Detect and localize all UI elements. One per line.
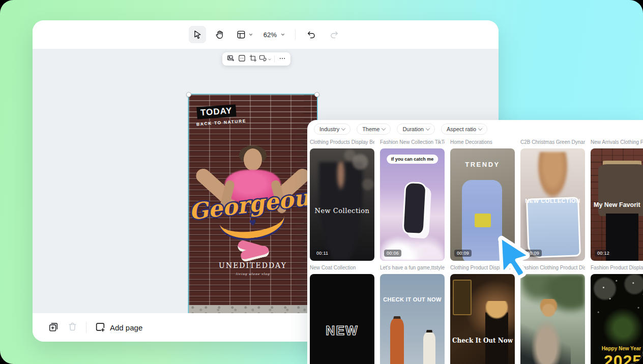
select-tool-button[interactable] xyxy=(189,26,206,43)
redo-button[interactable] xyxy=(325,26,342,43)
duration-badge: 00:06 xyxy=(384,250,401,257)
filter-label: Industry xyxy=(319,126,339,132)
template-overlay-text: TRENDY xyxy=(450,161,515,168)
filter-theme[interactable]: Theme xyxy=(357,124,391,135)
chevron-down-icon xyxy=(426,126,430,130)
hand-tool-button[interactable] xyxy=(211,26,228,43)
zoom-level-dropdown[interactable]: 62% xyxy=(261,26,288,43)
template-row: New Coat Collection NEW Let's have a fun… xyxy=(310,264,643,364)
filter-label: Aspect ratio xyxy=(447,126,476,132)
template-overlay-text: NEW COLLECTION xyxy=(520,198,585,204)
photo-person-head xyxy=(244,148,262,171)
add-page-label: Add page xyxy=(110,323,142,332)
chevron-down-icon xyxy=(268,55,272,63)
trash-icon xyxy=(67,321,78,333)
template-title: Fashion Product Display Lig xyxy=(591,264,643,271)
duplicate-page-button[interactable] xyxy=(48,321,59,334)
design-artboard[interactable]: TODAY BACK TO NATURE Georgeous ♥ UNEDITE… xyxy=(189,95,317,313)
more-options-button[interactable] xyxy=(277,53,287,65)
adjust-button[interactable] xyxy=(237,53,247,65)
resize-handle-top-left[interactable] xyxy=(186,92,191,97)
template-title: Let's have a fun game,ttstyle 👆... xyxy=(380,264,445,271)
chevron-down-icon xyxy=(280,32,285,37)
crop-button[interactable] xyxy=(248,53,258,65)
template-title: New Coat Collection xyxy=(310,264,374,271)
template-overlay-text: NEW xyxy=(310,323,374,338)
duplicate-page-icon xyxy=(48,321,59,334)
toolbar-divider xyxy=(274,55,275,63)
hand-tool-icon xyxy=(215,29,225,40)
template-overlay-text: CHECK IT OUT NOW xyxy=(380,296,445,302)
template-card[interactable]: Happy New Year ! 2025 Cheers to new begi… xyxy=(591,274,643,364)
template-card[interactable]: NEW COLLECTION 00:09 xyxy=(520,148,585,261)
duration-badge: 00:11 xyxy=(314,250,331,257)
undo-icon xyxy=(307,30,316,40)
template-title: Clothing Products Display Beati... xyxy=(310,139,374,146)
redo-icon xyxy=(329,30,339,40)
design-footer-title: UNEDITEDDAY xyxy=(189,261,317,269)
template-filter-bar: Industry Theme Duration Aspect ratio xyxy=(314,124,643,135)
chevron-down-icon xyxy=(341,126,345,130)
adjust-icon xyxy=(238,54,246,64)
template-card[interactable]: If you can catch me 00:06 xyxy=(380,148,445,261)
duration-badge: 00:12 xyxy=(595,250,612,257)
template-title: Home Decorations xyxy=(450,139,515,146)
chevron-down-icon xyxy=(478,126,482,130)
template-row: Clothing Products Display Beati... New C… xyxy=(310,139,643,261)
chevron-down-icon xyxy=(382,126,386,130)
template-title: New Arrivals Clothing Produ xyxy=(591,139,643,146)
template-overlay-text: New Collection xyxy=(310,207,374,215)
new-year-greeting-text: Happy New Year ! xyxy=(591,346,643,351)
filter-duration[interactable]: Duration xyxy=(397,124,435,135)
frame-tool-icon xyxy=(236,29,246,40)
heart-icon: ♥ xyxy=(248,217,257,228)
replace-image-button[interactable] xyxy=(259,53,272,65)
duration-badge: 00:09 xyxy=(454,250,472,257)
delete-page-button[interactable] xyxy=(67,321,78,333)
template-card[interactable]: New Collection 00:11 xyxy=(310,148,374,261)
chevron-down-icon xyxy=(248,32,253,37)
design-footer-subtitle: living alone vlog xyxy=(189,272,317,276)
template-card[interactable]: TRENDY 00:09 xyxy=(450,148,515,261)
template-card[interactable] xyxy=(520,274,585,364)
undo-button[interactable] xyxy=(303,26,320,43)
more-icon xyxy=(279,55,286,64)
template-title: Fashion New Collection TikTok ... xyxy=(380,139,445,146)
template-card[interactable]: Check It Out Now xyxy=(450,274,515,364)
add-image-button[interactable] xyxy=(225,53,236,65)
template-overlay-text: My New Favorit xyxy=(594,201,643,208)
add-page-button[interactable]: Add page xyxy=(95,321,142,334)
add-page-icon xyxy=(95,321,106,334)
toolbar-divider xyxy=(295,29,296,40)
duration-badge: 00:09 xyxy=(524,250,542,257)
template-overlay-text: If you can catch me xyxy=(387,155,439,164)
crop-icon xyxy=(249,54,257,64)
design-title-text: TODAY xyxy=(196,104,236,119)
template-title: Clothing Product Display Be xyxy=(450,264,515,271)
filter-industry[interactable]: Industry xyxy=(314,124,350,135)
zoom-level-value: 62% xyxy=(264,31,277,39)
filter-label: Duration xyxy=(402,126,424,132)
template-title: Fashion Clothing Product Display xyxy=(520,264,585,271)
new-year-year-text: 2025 xyxy=(591,353,643,364)
cursor-tool-icon xyxy=(192,29,202,40)
template-card[interactable]: CHECK IT OUT NOW xyxy=(380,274,445,364)
templates-panel: Industry Theme Duration Aspect ratio Clo… xyxy=(307,120,643,364)
page-background: 62% xyxy=(0,0,643,364)
template-card[interactable]: NEW xyxy=(310,274,374,364)
toolbar-divider xyxy=(86,322,86,333)
selection-toolbar xyxy=(222,52,290,66)
design-subtitle-text: BACK TO NATURE xyxy=(196,118,247,127)
add-image-icon xyxy=(227,54,235,64)
template-overlay-text: Check It Out Now xyxy=(450,337,515,344)
editor-toolbar: 62% xyxy=(33,20,499,49)
replace-image-icon xyxy=(259,54,267,64)
selected-page[interactable]: TODAY BACK TO NATURE Georgeous ♥ UNEDITE… xyxy=(189,95,317,313)
filter-label: Theme xyxy=(362,126,379,132)
template-title: C2B Christmas Green Dynamic ... xyxy=(520,139,585,146)
resize-handle-top-right[interactable] xyxy=(314,92,319,97)
frame-tool-button[interactable] xyxy=(233,26,256,43)
filter-aspect-ratio[interactable]: Aspect ratio xyxy=(441,124,487,135)
template-card[interactable]: My New Favorit 00:12 xyxy=(591,148,643,261)
